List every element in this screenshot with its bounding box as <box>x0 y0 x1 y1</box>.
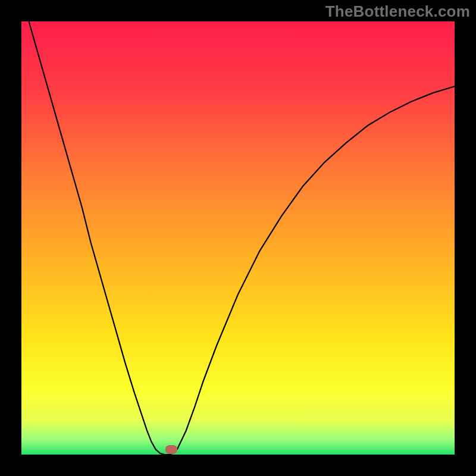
chart-background <box>21 21 455 455</box>
chart-plot <box>21 21 455 455</box>
current-config-marker <box>165 445 177 454</box>
chart-frame: TheBottleneck.com <box>0 0 476 476</box>
watermark: TheBottleneck.com <box>325 2 470 21</box>
